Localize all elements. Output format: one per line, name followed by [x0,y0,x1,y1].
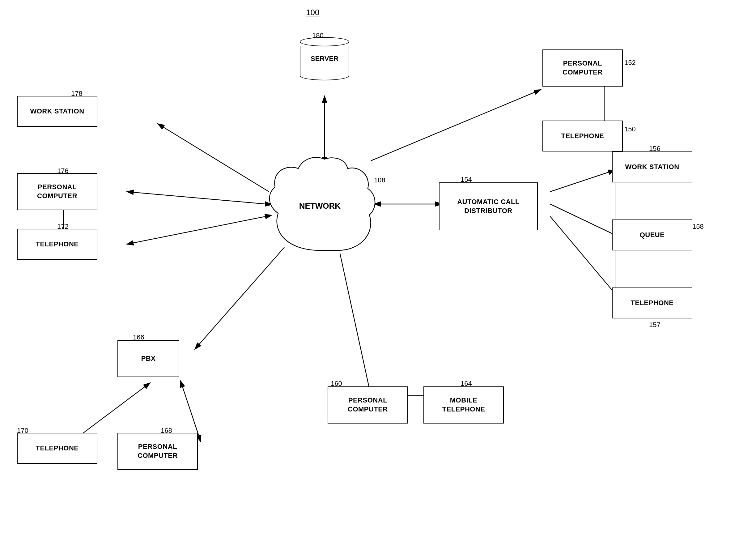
svg-text:NETWORK: NETWORK [299,201,341,210]
svg-line-12 [550,204,615,235]
telephone-pbx1-node: TELEPHONE [17,433,97,464]
pbx-ref: 166 [133,333,144,341]
workstation-left-ref: 178 [71,90,82,98]
workstation-left-node: WORK STATION [17,96,97,127]
svg-line-5 [127,217,266,244]
svg-line-4 [127,192,266,204]
queue-node: QUEUE [612,220,692,250]
personal-computer-left-node: PERSONALCOMPUTER [17,173,97,210]
server-top-ellipse [300,37,349,46]
telephone-right-ref: 157 [649,321,660,329]
mobile-telephone-node: MOBILETELEPHONE [423,386,504,424]
svg-line-13 [550,217,615,294]
network-cloud: NETWORK [263,155,377,260]
personal-computer-top-right-node: PERSONALCOMPUTER [542,49,623,86]
telephone-left-node: TELEPHONE [17,229,97,260]
acd-node: AUTOMATIC CALLDISTRIBUTOR [439,182,538,230]
arrows-svg [0,0,756,558]
telephone-top-right-node: TELEPHONE [542,121,623,151]
personal-computer-bottom-node: PERSONALCOMPUTER [328,386,408,424]
personal-computer-pbx-ref: 168 [161,427,172,435]
workstation-right-node: WORK STATION [612,151,692,182]
diagram-container: 100 SERVER 180 NETWORK 108 WORK STATION … [0,0,756,558]
server-body: SERVER [300,46,349,71]
svg-line-7 [195,247,284,349]
telephone-left-ref: 172 [57,223,69,231]
server-bottom-ellipse [300,71,349,80]
svg-line-10 [371,90,541,161]
personal-computer-bottom-ref: 160 [331,380,342,388]
pbx-node: PBX [118,340,179,377]
telephone-pbx1-ref: 170 [17,427,28,435]
mobile-telephone-ref: 164 [461,380,472,388]
svg-line-11 [550,170,615,192]
personal-computer-top-right-ref: 152 [624,59,636,67]
personal-computer-pbx-node: PERSONALCOMPUTER [118,433,198,470]
workstation-right-ref: 156 [649,145,660,153]
acd-ref: 154 [461,176,472,184]
queue-ref: 158 [692,223,704,231]
diagram-title: 100 [306,8,319,17]
telephone-right-node: TELEPHONE [612,287,692,319]
svg-line-8 [340,253,371,396]
telephone-top-right-ref: 150 [624,125,636,133]
network-ref-label: 108 [374,176,385,184]
svg-line-3 [158,124,269,192]
server-node: SERVER [300,37,349,80]
personal-computer-left-ref: 176 [57,167,69,175]
